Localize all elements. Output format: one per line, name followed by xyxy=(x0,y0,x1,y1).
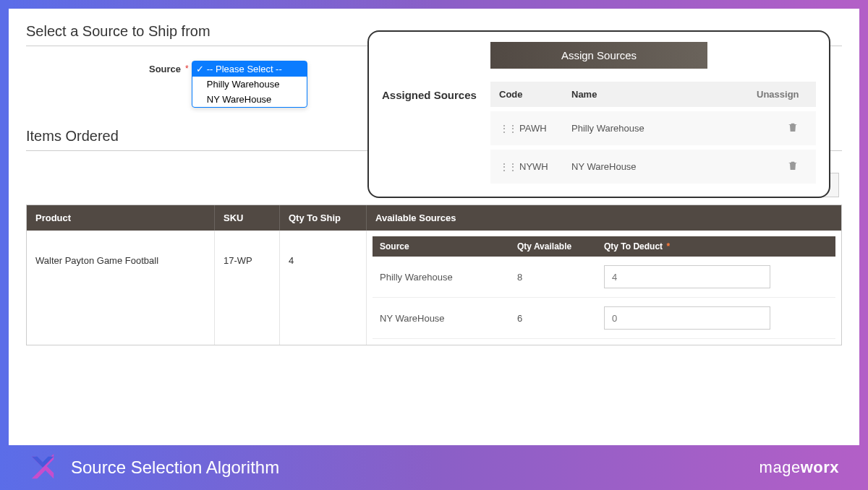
assign-sources-button[interactable]: Assign Sources xyxy=(490,42,707,69)
th-product: Product xyxy=(27,205,215,231)
source-row: NY WareHouse 6 xyxy=(373,298,835,339)
brand-x-icon xyxy=(29,454,56,481)
assigned-sources-label: Assigned Sources xyxy=(382,89,477,101)
drag-handle-icon[interactable]: ⋮⋮ xyxy=(499,123,519,134)
footer-bar: Source Selection Algorithm mageworx xyxy=(0,445,868,490)
table-row: Walter Payton Game Football 17-WP 4 Sour… xyxy=(27,231,841,345)
th-qty: Qty To Ship xyxy=(280,205,367,231)
assigned-name: NY WareHouse xyxy=(571,161,778,172)
qty-available: 8 xyxy=(510,272,597,283)
th-source: Source xyxy=(373,236,510,257)
cell-product: Walter Payton Game Football xyxy=(27,231,215,345)
qty-deduct-input[interactable] xyxy=(604,265,770,288)
trash-icon[interactable] xyxy=(778,121,807,135)
assigned-code: NYWH xyxy=(519,161,571,172)
th-qty-deduct: Qty To Deduct * xyxy=(597,236,835,257)
required-star: * xyxy=(185,61,189,74)
col-unassign: Unassign xyxy=(757,89,807,100)
assigned-code: PAWH xyxy=(519,123,571,134)
trash-icon[interactable] xyxy=(778,160,807,173)
drag-handle-icon[interactable]: ⋮⋮ xyxy=(499,161,519,173)
cell-qty: 4 xyxy=(280,231,367,345)
source-row: Philly Warehouse 8 xyxy=(373,257,835,298)
qty-available: 6 xyxy=(510,313,597,324)
assigned-row: ⋮⋮ NYWH NY WareHouse xyxy=(490,150,816,184)
items-table: Product SKU Qty To Ship Available Source… xyxy=(26,205,842,345)
source-label: Source xyxy=(149,61,181,74)
th-available: Available Sources xyxy=(367,205,841,231)
col-name: Name xyxy=(571,89,757,100)
source-name: NY WareHouse xyxy=(373,313,510,324)
footer-title: Source Selection Algorithm xyxy=(71,457,760,478)
assigned-name: Philly Warehouse xyxy=(571,123,778,134)
th-qty-available: Qty Available xyxy=(510,236,597,257)
assign-sources-panel: Assign Sources Assigned Sources Code Nam… xyxy=(367,30,830,198)
assigned-row: ⋮⋮ PAWH Philly Warehouse xyxy=(490,111,816,145)
cell-sku: 17-WP xyxy=(215,231,280,345)
col-code: Code xyxy=(499,89,571,100)
dropdown-option[interactable]: Philly Warehouse xyxy=(192,77,307,92)
source-name: Philly Warehouse xyxy=(373,272,510,283)
dropdown-option[interactable]: NY WareHouse xyxy=(192,92,307,107)
qty-deduct-input[interactable] xyxy=(604,306,770,330)
brand-logo: mageworx xyxy=(760,458,839,477)
dropdown-option[interactable]: -- Please Select -- xyxy=(192,61,307,77)
th-sku: SKU xyxy=(215,205,280,231)
source-select[interactable]: -- Please Select -- Philly Warehouse NY … xyxy=(192,61,307,108)
